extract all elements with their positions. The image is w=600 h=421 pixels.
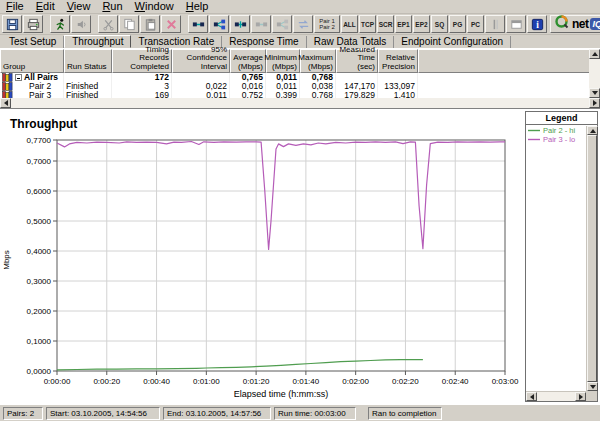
window-options-button [506,15,526,33]
paste-button [140,15,160,33]
filter-all-button[interactable]: ALL [341,15,358,33]
table-body: All Pairs1720,7650,0110,768Pair 2Finishe… [0,73,589,98]
left-arrow-icon [530,394,534,400]
series-line-pair-3---lo [57,142,505,250]
precision-cell [378,73,418,82]
legend-entry-pair-3---lo[interactable]: Pair 3 - lo [528,135,586,144]
menu-file[interactable]: File [0,0,30,13]
column-header-min[interactable]: Minimum (Mbps) [266,49,300,73]
max-cell: 0,038 [300,82,336,91]
filter-pc-button[interactable]: PC [467,15,484,33]
menu-bar: FileEditViewRunWindowHelp [0,0,600,14]
x-tick-label: 0:01:00 [193,377,220,386]
scroll-right-button[interactable] [575,392,586,401]
filter-pg-button[interactable]: PG [449,15,466,33]
pair-view-button[interactable]: Pair 1Pair 2 [314,15,340,33]
edit-pair-button [251,15,271,33]
max-cell: 0,768 [300,73,336,82]
group-label: All Pairs [24,73,58,82]
y-tick-label: 0,7700 [27,136,52,145]
legend-panel: Legend Pair 2 - hiPair 3 - lo [525,111,598,402]
status-panel-pairs-count: Pairs: 2 [3,407,43,420]
status-cell [64,73,112,82]
y-tick-label: 0,4000 [27,247,52,256]
column-header-measured[interactable]: Measured Time (sec) [336,49,378,73]
add-multicast-group-button[interactable] [209,15,229,33]
filter-sq-button[interactable]: SQ [431,15,448,33]
filter-scr-button[interactable]: SCR [377,15,394,33]
tab-bar: Test SetupThroughputTransaction RateResp… [0,35,600,48]
y-tick-label: 0,0000 [27,367,52,376]
delete-button[interactable] [161,15,181,33]
x-tick-label: 0:03:00 [492,377,519,386]
filter-ep2-button[interactable]: EP2 [413,15,430,33]
column-header-conf[interactable]: 95% Confidence Interval [172,49,230,73]
legend-entry-pair-2---hi[interactable]: Pair 2 - hi [528,126,586,135]
scroll-left-button[interactable] [526,392,537,401]
column-header-group[interactable]: Group [0,49,64,73]
x-tick-label: 0:02:40 [442,377,469,386]
save-button[interactable] [2,15,22,33]
scissors-icon [101,17,116,32]
scroll-right-button[interactable] [589,98,600,108]
swap-endpoints-button [293,15,313,33]
menu-run[interactable]: Run [96,0,128,13]
splitter-options-button [485,15,505,33]
collapse-toggle[interactable] [15,74,22,81]
down-arrow-icon [590,385,596,389]
tab-response-time[interactable]: Response Time [222,36,306,48]
left-arrow-icon [4,100,8,106]
filter-tcp-button[interactable]: TCP [359,15,376,33]
table-horizontal-scrollbar[interactable] [0,98,600,108]
multi-pair-icon [212,17,227,32]
status-panel-run-time: Run time: 00:03:00 [274,407,356,420]
column-header-avg[interactable]: Average (Mbps) [230,49,266,73]
results-table: GroupRun StatusTiming Records Completed9… [0,48,600,108]
scrollbar-corner [586,391,597,401]
window-gray-icon [509,17,524,32]
table-row-pair-2[interactable]: Pair 2Finished30,0220,0160,0110,038147,1… [0,82,589,91]
table-vertical-scrollbar[interactable] [589,49,600,98]
tab-endpoint-configuration[interactable]: Endpoint Configuration [394,36,511,48]
menu-window[interactable]: Window [129,0,180,13]
y-tick-label: 0,3000 [27,277,52,286]
legend-vertical-scrollbar[interactable] [586,126,597,391]
y-tick-label: 0,1000 [27,337,52,346]
menu-view[interactable]: View [61,0,97,13]
scroll-up-button[interactable] [587,126,598,135]
tab-test-setup[interactable]: Test Setup [2,36,64,48]
legend-horizontal-scrollbar[interactable] [526,391,586,401]
scroll-down-button[interactable] [587,382,598,391]
run-test-button[interactable] [50,15,70,33]
printer-icon [26,17,41,32]
status-panel-completion-status: Ran to completion [368,407,442,420]
y-tick-label: 0,2000 [27,307,52,316]
scroll-down-button[interactable] [589,88,600,98]
column-header-max[interactable]: Maximum (Mbps) [300,49,336,73]
scroll-left-button[interactable] [0,98,11,108]
filter-ep1-button[interactable]: EP1 [395,15,412,33]
column-header-filler [418,49,589,73]
add-pair-button[interactable] [188,15,208,33]
menu-edit[interactable]: Edit [30,0,61,13]
help-info-button[interactable]: i [527,15,547,33]
scrollbar-thumb[interactable] [587,135,597,382]
column-header-timing[interactable]: Timing Records Completed [112,49,172,73]
add-through-pair-button[interactable] [230,15,250,33]
menu-help[interactable]: Help [180,0,215,13]
conf-cell [172,73,230,82]
runner-icon [53,17,68,32]
print-button[interactable] [23,15,43,33]
status-panel-end-time: End: 03.10.2005, 14:57:56 [163,407,271,420]
tab-throughput[interactable]: Throughput [64,35,131,48]
column-header-precision[interactable]: Relative Precision [378,49,418,73]
group-chart-icon [2,73,13,82]
netiq-logo: netIQ [550,15,600,33]
column-header-status[interactable]: Run Status [64,49,112,73]
group-label: Pair 2 [29,82,51,91]
table-row-all-pairs[interactable]: All Pairs1720,7650,0110,768 [0,73,589,82]
scroll-up-button[interactable] [589,49,600,59]
copy-button [119,15,139,33]
pair-gray-icon [254,17,269,32]
netiq-q-icon [554,14,570,34]
